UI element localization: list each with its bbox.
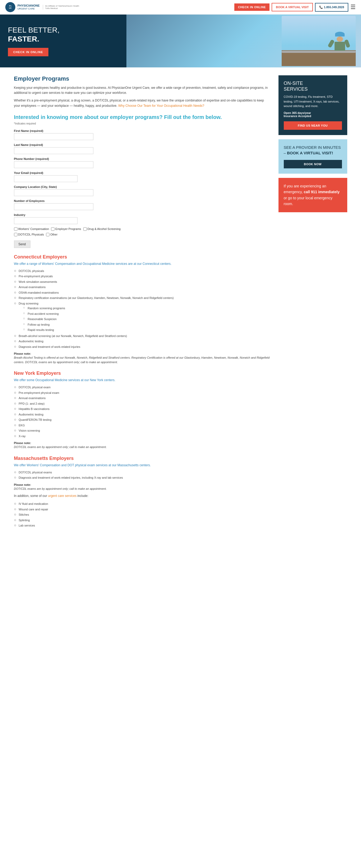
- list-item: Annual examinations: [14, 284, 271, 290]
- list-item: Reasonable Suspicion: [23, 316, 271, 322]
- email-group: Your Email (required): [14, 171, 271, 182]
- main-container: Employer Programs Keeping your employees…: [9, 67, 353, 536]
- required-note: *Indicates required: [14, 122, 271, 125]
- phone-icon: 📞: [319, 5, 323, 9]
- employees-group: Number of Employees: [14, 199, 271, 210]
- list-item: OSHA-mandated examinations: [14, 290, 271, 296]
- connecticut-title: Connecticut Employers: [14, 254, 271, 260]
- list-item: Rapid results testing: [23, 327, 271, 333]
- list-item: Audiometric testing: [14, 339, 271, 344]
- sidebar: ON-SITE SERVICES COVID-19 testing, Flu t…: [278, 75, 347, 528]
- list-item: X-ray: [14, 433, 271, 439]
- industry-input[interactable]: [14, 217, 78, 224]
- list-item: Follow-up testing: [23, 322, 271, 328]
- virtual-visit-button[interactable]: BOOK A VIRTUAL VISIT: [272, 3, 313, 11]
- new-york-section: New York Employers We offer some Occupat…: [14, 371, 271, 449]
- ny-please-note: Please note: DOT/CDL exams are by appoin…: [14, 441, 271, 449]
- virtual-title: SEE A PROVIDER IN MINUTES – BOOK A VIRTU…: [284, 145, 342, 156]
- book-now-button[interactable]: BOOK NOW: [284, 160, 342, 168]
- list-item: Pre-employment physical exam: [14, 390, 271, 396]
- checkbox-workers-comp[interactable]: Workers' Compensation: [14, 227, 49, 231]
- massachusetts-section: Massachusetts Employers We offer Workers…: [14, 456, 271, 528]
- checkin-button[interactable]: CHECK IN ONLINE: [234, 3, 270, 11]
- phone-group: Phone Number (required): [14, 157, 271, 168]
- checkbox-other[interactable]: Other: [46, 233, 58, 236]
- checkbox-drug-alcohol[interactable]: Drug & Alcohol Screening: [83, 227, 121, 231]
- ma-please-note: Please note: DOT/CDL exams are by appoin…: [14, 483, 271, 491]
- hero-section: FEEL BETTER, FASTER. CHECK IN ONLINE: [0, 14, 361, 67]
- industry-group: Industry: [14, 213, 271, 224]
- phone-input[interactable]: [14, 161, 93, 168]
- urgent-care-link[interactable]: urgent care services: [48, 494, 77, 498]
- employer-programs-section: Employer Programs Keeping your employees…: [14, 75, 271, 108]
- list-item: Diagnosis and treatment of work-related …: [14, 344, 271, 350]
- last-name-group: Last Name (required): [14, 143, 271, 154]
- find-us-button[interactable]: FIND US NEAR YOU: [284, 121, 342, 130]
- ma-urgent-intro: In addition, some of our urgent care ser…: [14, 493, 271, 498]
- list-item: Annual examinations: [14, 395, 271, 401]
- menu-button[interactable]: ☰: [351, 4, 356, 10]
- ct-please-note: Please note: Breath Alcohol Testing is o…: [14, 351, 271, 364]
- checkbox-workers-comp-input[interactable]: [14, 227, 18, 231]
- new-york-intro: We offer some Occupational Medicine serv…: [14, 378, 271, 382]
- phone-button[interactable]: 📞 1.855.349.2828: [315, 3, 348, 12]
- list-item: Wound care and repair: [14, 507, 271, 512]
- last-name-label: Last Name (required): [14, 143, 271, 147]
- checkbox-dot-cdl[interactable]: DOT/CDL Physicals: [14, 233, 44, 236]
- connecticut-section: Connecticut Employers We offer a range o…: [14, 254, 271, 365]
- list-item: Breath-alcohol screening (at our Norwalk…: [14, 333, 271, 339]
- company-input[interactable]: [14, 189, 93, 196]
- checkbox-other-input[interactable]: [46, 233, 50, 236]
- connecticut-intro: We offer a range of Workers' Compensatio…: [14, 261, 271, 266]
- header-right: CHECK IN ONLINE BOOK A VIRTUAL VISIT 📞 1…: [234, 3, 356, 12]
- onsite-body: COVID-19 testing, Flu treatment, STD tes…: [284, 95, 342, 108]
- first-name-input[interactable]: [14, 133, 93, 140]
- connecticut-list: DOT/CDL physicals Pre-employment physica…: [14, 268, 271, 350]
- hero-checkin-button[interactable]: CHECK IN ONLINE: [8, 48, 49, 56]
- company-label: Company Location (City, State): [14, 185, 271, 188]
- employees-label: Number of Employees: [14, 199, 271, 203]
- header-left: P1UC PHYSICIANONE URGENT CARE An Affilia…: [5, 2, 79, 12]
- company-group: Company Location (City, State): [14, 185, 271, 196]
- checkbox-employer-programs[interactable]: Employer Programs: [51, 227, 81, 231]
- onsite-note: Open 365 days/yearInsurance Accepted: [284, 111, 342, 118]
- list-item: Diagnosis and treatment of work-related …: [14, 475, 271, 480]
- email-input[interactable]: [14, 175, 78, 182]
- onsite-title: ON-SITE SERVICES: [284, 81, 342, 92]
- employer-form: First Name (required) Last Name (require…: [14, 129, 271, 248]
- list-item: DOT/CDL physical exams: [14, 470, 271, 475]
- checkbox-dot-cdl-input[interactable]: [14, 233, 18, 236]
- send-button[interactable]: Send: [14, 241, 30, 248]
- employees-input[interactable]: [14, 203, 93, 210]
- list-item: Stitches: [14, 512, 271, 518]
- phone-label: Phone Number (required): [14, 157, 271, 160]
- virtual-visit-card: SEE A PROVIDER IN MINUTES – BOOK A VIRTU…: [278, 139, 347, 174]
- industry-label: Industry: [14, 213, 271, 216]
- checkboxes-row2: DOT/CDL Physicals Other: [14, 233, 271, 236]
- emergency-card: If you are experiencing an emergency, ca…: [278, 178, 347, 212]
- list-item: Vision screening: [14, 428, 271, 433]
- form-section: Interested in knowing more about our emp…: [14, 114, 271, 248]
- list-item: Lab services: [14, 523, 271, 528]
- list-item: Work simulation assessments: [14, 279, 271, 285]
- occupational-health-link[interactable]: Why Choose Our Team for Your Occupationa…: [118, 104, 204, 107]
- list-item: DOT/CDL physical exam: [14, 384, 271, 390]
- last-name-input[interactable]: [14, 147, 93, 154]
- drug-sub-list: Random screening programs Post-accident …: [23, 306, 271, 333]
- list-item: Hepatitis B vaccinations: [14, 406, 271, 412]
- list-item: EKG: [14, 423, 271, 428]
- hero-image: [126, 14, 361, 67]
- list-item: Drug screening Random screening programs…: [14, 301, 271, 333]
- main-content: Employer Programs Keeping your employees…: [14, 75, 271, 528]
- checkboxes-row: Workers' Compensation Employer Programs …: [14, 227, 271, 231]
- affiliate-text: An Affiliate of YaleNewHaven Health Tuft…: [43, 5, 79, 9]
- list-item: Pre-employment physicals: [14, 274, 271, 279]
- employer-programs-title: Employer Programs: [14, 75, 271, 82]
- list-item: DOT/CDL physicals: [14, 268, 271, 274]
- list-item: Splinting: [14, 518, 271, 523]
- checkbox-drug-alcohol-input[interactable]: [83, 227, 87, 231]
- massachusetts-intro: We offer Workers' Compensation and DOT p…: [14, 463, 271, 468]
- new-york-list: DOT/CDL physical exam Pre-employment phy…: [14, 384, 271, 439]
- massachusetts-urgent-list: IV fluid and medication Wound care and r…: [14, 501, 271, 528]
- checkbox-employer-programs-input[interactable]: [51, 227, 55, 231]
